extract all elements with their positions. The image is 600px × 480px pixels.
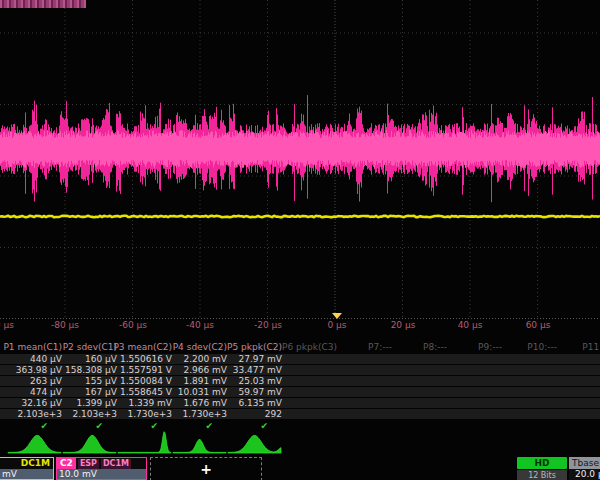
c1-vdiv-value: 10.0 mV — [0, 469, 17, 479]
table-header-p6: P6 pkpk(C3) — [277, 342, 337, 352]
table-cell: 10.031 mV — [167, 387, 227, 397]
trace-label-strip — [0, 0, 86, 8]
table-header-p8: P8:--- — [387, 342, 447, 352]
c2-vdiv-value: 10.0 mV — [59, 469, 97, 479]
channel-c1-descriptor[interactable]: DC1M 10.0 mV — [0, 457, 54, 480]
table-row: 2.103e+32.103e+31.730e+31.730e+3292 — [0, 409, 600, 419]
table-cell: 27.97 mV — [222, 354, 282, 364]
histicon-p2 — [63, 435, 116, 453]
table-header-p5: P5 pkpk(C2) — [222, 342, 282, 352]
hd-mode-group[interactable]: HD 12 Bits — [517, 457, 567, 480]
table-row: 263 µV155 µV1.550084 V1.891 mV25.03 mV — [0, 376, 600, 386]
time-tick-label: -100 µs — [0, 320, 14, 330]
c2-channel-badge: C2 — [57, 458, 76, 469]
table-cell: 1.339 mV — [112, 398, 172, 408]
timebase-title: Tbase — [569, 457, 600, 469]
table-cell: 59.97 mV — [222, 387, 282, 397]
time-tick-label: -60 µs — [119, 320, 147, 330]
table-row: 363.98 µV158.308 µV1.557591 V2.966 mV33.… — [0, 365, 600, 375]
time-tick-label: 20 µs — [391, 320, 416, 330]
timebase-descriptor[interactable]: Tbase 20.0 µs — [569, 457, 600, 480]
table-cell: 1.557591 V — [112, 365, 172, 375]
table-row: 440 µV160 µV1.550616 V2.200 mV27.97 mV — [0, 354, 600, 364]
table-row: 474 µV167 µV1.558645 V10.031 mV59.97 mV — [0, 387, 600, 397]
table-cell: 1.399 µV — [57, 398, 117, 408]
table-row: 32.16 µV1.399 µV1.339 mV1.676 mV6.135 mV — [0, 398, 600, 408]
time-tick-label: -80 µs — [51, 320, 79, 330]
table-cell: 292 — [222, 409, 282, 419]
table-cell: 1.550084 V — [112, 376, 172, 386]
plus-icon: + — [200, 461, 212, 477]
table-cell: 155 µV — [57, 376, 117, 386]
c2-esp-chip: ESP — [78, 459, 99, 469]
time-tick-label: 40 µs — [458, 320, 483, 330]
parameter-histicons — [0, 430, 600, 457]
table-cell: 167 µV — [57, 387, 117, 397]
table-cell: 2.103e+3 — [2, 409, 62, 419]
table-cell: 32.16 µV — [2, 398, 62, 408]
time-tick-label: 0 µs — [327, 320, 346, 330]
table-header-p9: P9:--- — [442, 342, 502, 352]
waveform-grid-area[interactable] — [0, 0, 600, 319]
histicon-p4 — [173, 440, 226, 453]
table-cell: 25.03 mV — [222, 376, 282, 386]
table-cell: 1.730e+3 — [167, 409, 227, 419]
histicon-p5 — [228, 435, 281, 453]
table-cell: 2.200 mV — [167, 354, 227, 364]
c1-coupling-label: DC1M — [21, 458, 50, 469]
table-cell: 1.558645 V — [112, 387, 172, 397]
time-tick-label: -20 µs — [254, 320, 282, 330]
time-tick-label: -40 µs — [186, 320, 214, 330]
histicon-p3 — [118, 432, 171, 453]
table-header-p4: P4 sdev(C2) — [167, 342, 227, 352]
time-tick-label: 60 µs — [526, 320, 551, 330]
table-header-p10: P10:--- — [497, 342, 557, 352]
table-cell: 1.550616 V — [112, 354, 172, 364]
table-cell: 1.730e+3 — [112, 409, 172, 419]
table-cell: 1.676 mV — [167, 398, 227, 408]
table-cell: 440 µV — [2, 354, 62, 364]
table-cell: 2.103e+3 — [57, 409, 117, 419]
table-cell: 33.477 mV — [222, 365, 282, 375]
table-cell: 158.308 µV — [57, 365, 117, 375]
oscilloscope-screen: -100 µs-80 µs-60 µs-40 µs-20 µs0 µs20 µs… — [0, 0, 600, 480]
table-cell: 263 µV — [2, 376, 62, 386]
table-header-p3: P3 mean(C2) — [112, 342, 172, 352]
table-header-p7: P7:--- — [332, 342, 392, 352]
table-cell: 160 µV — [57, 354, 117, 364]
c2-coupling-chip: DC1M — [101, 459, 131, 469]
measurement-table[interactable]: P1 mean(C1)P2 sdev(C1)P3 mean(C2)P4 sdev… — [0, 340, 600, 430]
table-cell: 1.891 mV — [167, 376, 227, 386]
empty-trace-slot[interactable]: + — [150, 457, 262, 480]
time-axis: -100 µs-80 µs-60 µs-40 µs-20 µs0 µs20 µs… — [0, 319, 600, 332]
table-header-p2: P2 sdev(C1) — [57, 342, 117, 352]
table-header-p11: P11:--- — [552, 342, 600, 352]
table-header-p1: P1 mean(C1) — [2, 342, 62, 352]
table-row: P1 mean(C1)P2 sdev(C1)P3 mean(C2)P4 sdev… — [0, 342, 600, 352]
table-cell: 363.98 µV — [2, 365, 62, 375]
table-cell: 474 µV — [2, 387, 62, 397]
channel-c2-descriptor[interactable]: C2 ESP DC1M 10.0 mV — [56, 457, 147, 480]
hd-mode-badge: HD — [517, 457, 567, 469]
histicon-p1 — [8, 435, 61, 453]
timebase-value: 20.0 µs — [569, 469, 600, 480]
table-cell: 2.966 mV — [167, 365, 227, 375]
hd-bits-label: 12 Bits — [517, 470, 567, 480]
table-cell: 6.135 mV — [222, 398, 282, 408]
